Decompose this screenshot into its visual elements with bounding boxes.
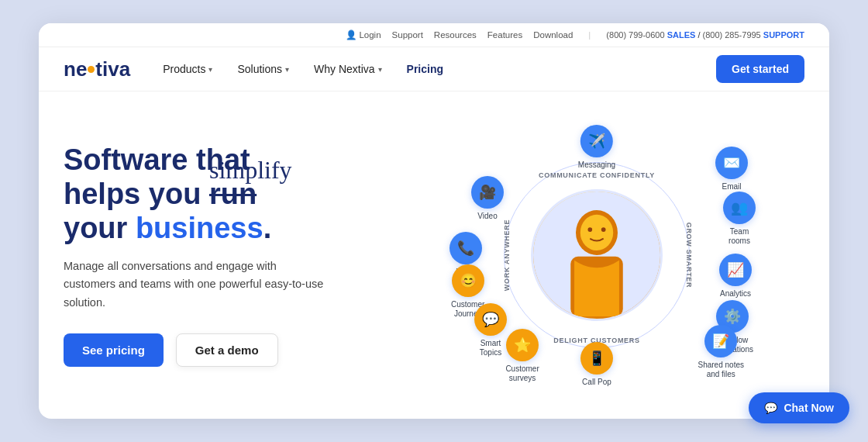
analytics-label: Analytics bbox=[720, 289, 751, 299]
customer-surveys-icon: ⭐ bbox=[506, 329, 539, 361]
team-rooms-icon: 👥 bbox=[723, 192, 756, 224]
feature-video[interactable]: 🎥 Video bbox=[471, 176, 504, 221]
diagram-container: COMMUNICATE CONFIDENTLY GROW SMARTER DEL… bbox=[434, 123, 760, 387]
get-demo-button[interactable]: Get a demo bbox=[176, 333, 278, 367]
main-nav: netiva Products ▾ Solutions ▾ Why Nextiv… bbox=[39, 47, 829, 92]
content-area: Software that helps you simplify run you… bbox=[39, 92, 829, 419]
utility-links: 👤 Login Support Resources Features Downl… bbox=[346, 29, 804, 40]
analytics-icon: 📈 bbox=[719, 254, 752, 286]
feature-team-rooms[interactable]: 👥 Teamrooms bbox=[723, 192, 756, 246]
orbit-label-top: COMMUNICATE CONFIDENTLY bbox=[539, 171, 655, 179]
call-pop-label: Call Pop bbox=[582, 378, 611, 387]
svg-point-3 bbox=[580, 215, 613, 250]
features-link[interactable]: Features bbox=[487, 30, 522, 40]
user-icon: 👤 bbox=[346, 29, 356, 40]
chat-label: Chat Now bbox=[784, 402, 834, 414]
hero-subtext: Manage all conversations and engage with… bbox=[64, 257, 327, 312]
utility-bar: 👤 Login Support Resources Features Downl… bbox=[39, 23, 829, 47]
left-panel: Software that helps you simplify run you… bbox=[64, 143, 389, 367]
call-pop-icon: 📱 bbox=[580, 342, 613, 375]
smart-topics-label: SmartTopics bbox=[480, 339, 501, 357]
feature-smart-topics[interactable]: 💬 SmartTopics bbox=[474, 303, 507, 357]
chat-widget[interactable]: 💬 Chat Now bbox=[749, 392, 849, 423]
video-icon: 🎥 bbox=[471, 176, 504, 209]
feature-shared-notes[interactable]: 📝 Shared notesand files bbox=[698, 325, 745, 379]
chevron-down-icon: ▾ bbox=[208, 65, 212, 74]
svg-point-4 bbox=[587, 227, 592, 232]
resources-link[interactable]: Resources bbox=[434, 30, 477, 40]
team-rooms-label: Teamrooms bbox=[728, 227, 750, 246]
customer-surveys-label: Customersurveys bbox=[505, 364, 539, 383]
cta-buttons: See pricing Get a demo bbox=[64, 333, 374, 367]
simplify-text: simplify bbox=[209, 156, 292, 185]
person-silhouette bbox=[533, 192, 660, 319]
shared-notes-label: Shared notesand files bbox=[698, 361, 745, 379]
smart-topics-icon: 💬 bbox=[474, 303, 507, 336]
chevron-down-icon: ▾ bbox=[378, 65, 382, 74]
browser-card: 👤 Login Support Resources Features Downl… bbox=[39, 23, 829, 419]
svg-point-5 bbox=[601, 227, 606, 232]
get-started-button[interactable]: Get started bbox=[716, 55, 804, 83]
messaging-label: Messaging bbox=[578, 161, 615, 170]
feature-email[interactable]: ✉️ Email bbox=[715, 147, 748, 192]
phone-sales: (800) 799-0600 SALES / (800) 285-7995 SU… bbox=[606, 30, 804, 40]
voice-icon: 📞 bbox=[450, 232, 482, 264]
see-pricing-button[interactable]: See pricing bbox=[64, 333, 164, 367]
customer-journey-icon: 😊 bbox=[452, 264, 484, 297]
nav-products[interactable]: Products ▾ bbox=[152, 58, 223, 80]
chevron-down-icon: ▾ bbox=[285, 65, 289, 74]
simplify-wrap: simplify run bbox=[209, 178, 257, 212]
orbit-label-left: WORK ANYWHERE bbox=[503, 219, 511, 292]
hero-headline: Software that helps you simplify run you… bbox=[64, 143, 374, 245]
feature-customer-surveys[interactable]: ⭐ Customersurveys bbox=[505, 329, 539, 383]
nav-solutions[interactable]: Solutions ▾ bbox=[226, 58, 300, 80]
logo[interactable]: netiva bbox=[64, 57, 130, 81]
email-icon: ✉️ bbox=[715, 147, 748, 179]
download-link[interactable]: Download bbox=[533, 30, 573, 40]
logo-text: netiva bbox=[64, 57, 130, 81]
messaging-icon: ✈️ bbox=[580, 125, 613, 157]
video-label: Video bbox=[477, 212, 497, 221]
feature-analytics[interactable]: 📈 Analytics bbox=[719, 254, 752, 299]
support-link[interactable]: Support bbox=[392, 30, 423, 40]
chat-icon: 💬 bbox=[764, 402, 777, 414]
email-label: Email bbox=[722, 182, 741, 192]
shared-notes-icon: 📝 bbox=[704, 325, 737, 357]
feature-messaging[interactable]: ✈️ Messaging bbox=[578, 125, 615, 170]
nav-why-nextiva[interactable]: Why Nextiva ▾ bbox=[303, 58, 393, 80]
nav-pricing[interactable]: Pricing bbox=[396, 58, 454, 80]
center-person-circle bbox=[531, 189, 663, 321]
nav-links: Products ▾ Solutions ▾ Why Nextiva ▾ Pri… bbox=[152, 58, 716, 80]
orbit-label-right: GROW SMARTER bbox=[686, 223, 694, 288]
login-link[interactable]: 👤 Login bbox=[346, 29, 381, 40]
right-panel: COMMUNICATE CONFIDENTLY GROW SMARTER DEL… bbox=[389, 116, 804, 395]
divider: | bbox=[588, 30, 591, 40]
feature-call-pop[interactable]: 📱 Call Pop bbox=[580, 342, 613, 387]
